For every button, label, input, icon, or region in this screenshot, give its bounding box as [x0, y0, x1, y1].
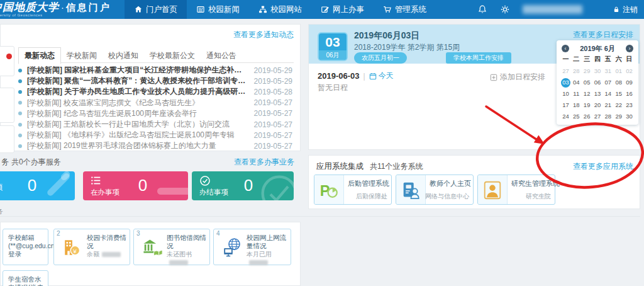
app-card-title: 研究生管理系统	[511, 179, 560, 188]
calendar-day[interactable]: 14	[602, 88, 613, 100]
news-item[interactable]: [学校新闻] 聚焦“一流本科教育”：黄达人教授来校作干部培训专题报告2019-0…	[18, 76, 292, 86]
email-login-card[interactable]: 学校邮箱(**@cug.edu.cn)登录	[3, 229, 48, 265]
calendar-day[interactable]: 28	[571, 66, 582, 77]
cart-icon	[383, 5, 392, 14]
library-icon	[139, 236, 164, 259]
calendar-day[interactable]: 27	[592, 111, 603, 122]
add-schedule-button[interactable]: 添加日程安排	[490, 72, 545, 83]
nav-item-网上办事[interactable]: 网上办事	[311, 0, 374, 19]
services-header: 务 共0个办事服务 查看更多办事业务	[0, 156, 301, 167]
lunar-date-pill[interactable]: 农历五月初一	[354, 52, 407, 64]
news-item-title: [学校新闻] 2019世界羽毛球混合团体锦标赛上的地大力量	[27, 140, 248, 151]
news-item[interactable]: [学校新闻] 《地球科学》出版纪念马杏垣院士诞辰100周年专辑2019-05-2…	[18, 130, 292, 140]
apps-header: 应用系统集成共11个业务系统	[316, 161, 423, 172]
quick-card-校园卡消费情况[interactable]: 2¥校园卡消费情况余额	[53, 229, 130, 265]
calendar-day[interactable]: 23	[624, 100, 635, 111]
more-services-link[interactable]: 查看更多办事业务	[234, 157, 294, 168]
news-item-title: [学校新闻] 纪念马杏垣先生诞辰100周年座谈会举行	[27, 108, 248, 119]
calendar-day[interactable]: 24	[560, 111, 571, 122]
bell-icon[interactable]	[477, 4, 487, 14]
calendar-day[interactable]: 18	[571, 100, 582, 111]
quick-card-title: 校园卡消费情况	[87, 234, 127, 250]
calendar-day[interactable]: 22	[613, 100, 624, 111]
calendar-day[interactable]: 16	[624, 88, 635, 100]
more-schedule-link[interactable]: 查看更多日程安排	[573, 30, 633, 40]
calendar-day[interactable]: 29	[582, 66, 592, 77]
news-item-title: [学校新闻] 王焰新校长一行赴中国地质大学（北京）访问交流	[27, 119, 248, 130]
logout-button[interactable]: 注销	[613, 4, 638, 15]
news-item-title: [学校新闻] 《地球科学》出版纪念马杏垣院士诞辰100周年专辑	[27, 130, 248, 140]
nav-item-管理系统[interactable]: 管理系统	[374, 0, 436, 19]
app-card-研究生管理系统[interactable]: 3研究生管理系统研究生院	[477, 174, 555, 205]
done-stat-card[interactable]: 办结事项 0	[192, 171, 294, 200]
calendar-day[interactable]: 07	[602, 77, 613, 88]
username-redacted[interactable]	[523, 5, 582, 14]
calendar-day[interactable]: 30	[624, 111, 635, 122]
calendar-day[interactable]: 10	[560, 88, 571, 100]
calendar-day[interactable]: 13	[592, 88, 603, 100]
check-watermark-icon	[260, 174, 294, 200]
today-link[interactable]: 今天	[369, 71, 394, 81]
quick-card-图书馆借阅情况[interactable]: 3图书馆借阅情况未还图书	[133, 229, 210, 265]
news-item[interactable]: [学校新闻] 纪念马杏垣先生诞辰100周年座谈会举行2019-05-27	[18, 108, 292, 119]
calendar-day[interactable]: 15	[613, 88, 624, 100]
calendar-day[interactable]: 20	[592, 100, 603, 111]
calendar-day[interactable]: 28	[602, 111, 613, 122]
calendar-day[interactable]: 29	[613, 111, 624, 122]
news-item-date: 2019-05-27	[254, 131, 292, 140]
calendar-day[interactable]: 08	[613, 77, 624, 88]
bullet-icon	[18, 90, 22, 94]
calendar-day[interactable]: 25	[571, 111, 582, 122]
done-label: 办结事项	[199, 188, 228, 197]
weekly-plan-pill[interactable]: 学校本周工作安排	[446, 52, 511, 64]
calendar-day[interactable]: 27	[560, 66, 571, 77]
tab-学校新闻[interactable]: 学校新闻	[61, 48, 103, 64]
calendar-day[interactable]: 31	[602, 66, 613, 77]
nav-item-校园网站[interactable]: 校园网站	[249, 0, 311, 19]
calendar-day[interactable]: 06	[592, 77, 603, 88]
news-item[interactable]: [学校新闻] 2019世界羽毛球混合团体锦标赛上的地大力量2019-05-27	[18, 140, 292, 151]
news-item[interactable]: [学校新闻] 关于举办民生地质工作专业技术人员能力提升高级研修班的通知2019-…	[18, 86, 292, 97]
navbar-right: 注销	[477, 4, 644, 15]
calendar-day[interactable]: 11	[571, 88, 582, 100]
email-login-line: 学校邮箱	[8, 234, 45, 242]
news-item[interactable]: [学校新闻] 校友温家宝同志撰文《纪念马杏垣先生》2019-05-27	[18, 98, 292, 108]
nav-item-门户首页[interactable]: 门户首页	[125, 0, 187, 19]
calendar-day[interactable]: 01	[613, 66, 624, 77]
calendar-day[interactable]: 12	[582, 88, 592, 100]
tab-学校最新公文[interactable]: 学校最新公文	[144, 48, 201, 64]
more-notices-link[interactable]: 查看更多通知动态	[233, 30, 294, 40]
app-card-后勤管理系统[interactable]: 1P后勤管理系统后勤保障处	[314, 174, 392, 205]
doing-stat-card[interactable]: 在办事项 0	[83, 171, 188, 200]
tab-通知公告[interactable]: 通知公告	[201, 48, 242, 64]
gear-icon[interactable]	[500, 4, 510, 14]
calendar-day[interactable]: 26	[582, 111, 592, 122]
calendar-day[interactable]: 05	[582, 77, 592, 88]
doing-label: 在办事项	[91, 188, 119, 197]
news-item[interactable]: [学校新闻] 王焰新校长一行赴中国地质大学（北京）访问交流2019-05-27	[18, 119, 292, 130]
calendar-day[interactable]: 21	[602, 100, 613, 111]
calendar-day[interactable]: 02	[624, 66, 635, 77]
news-item[interactable]: [学校新闻] 国家社科基金重大项目“长江经济带耕地保护生态补偿机制构建与政策创新…	[18, 65, 292, 76]
calendar-day[interactable]: 30	[592, 66, 603, 77]
calendar-day[interactable]: 17	[560, 100, 571, 111]
date-box: 03 06月	[318, 32, 348, 61]
tab-校内通知[interactable]: 校内通知	[103, 48, 144, 64]
today-label: 今天	[379, 71, 394, 81]
university-logo[interactable]: 中国地质大学·信息门户 University of Geosciences	[0, 2, 123, 17]
more-apps-link[interactable]: 查看更多应用系统	[573, 161, 633, 172]
section-title-fragment: 务	[0, 207, 3, 216]
calendar-next-button[interactable]: ›	[626, 45, 633, 52]
todo-stat-card[interactable]: 项 0	[0, 171, 75, 200]
calendar-day[interactable]: 19	[582, 100, 592, 111]
app-card-title: 后勤管理系统	[348, 179, 389, 188]
weekday-label: 一	[560, 55, 571, 64]
calendar-day[interactable]: 04	[571, 77, 582, 88]
calendar-day[interactable]: 09	[624, 77, 635, 88]
app-card-教师个人主页[interactable]: 2教师个人主页网络与信息中心	[396, 174, 474, 205]
nav-item-校园新闻[interactable]: 校园新闻	[187, 0, 249, 19]
quick-card-校园网上网流量情况[interactable]: 4校园网上网流量情况本月已用	[213, 229, 291, 265]
calendar-day-selected[interactable]: 03	[560, 77, 571, 88]
tab-最新动态[interactable]: 最新动态	[18, 47, 61, 64]
dorm-utilities-card[interactable]: 学生宿舍水电情况(尚未集成)	[3, 270, 48, 286]
